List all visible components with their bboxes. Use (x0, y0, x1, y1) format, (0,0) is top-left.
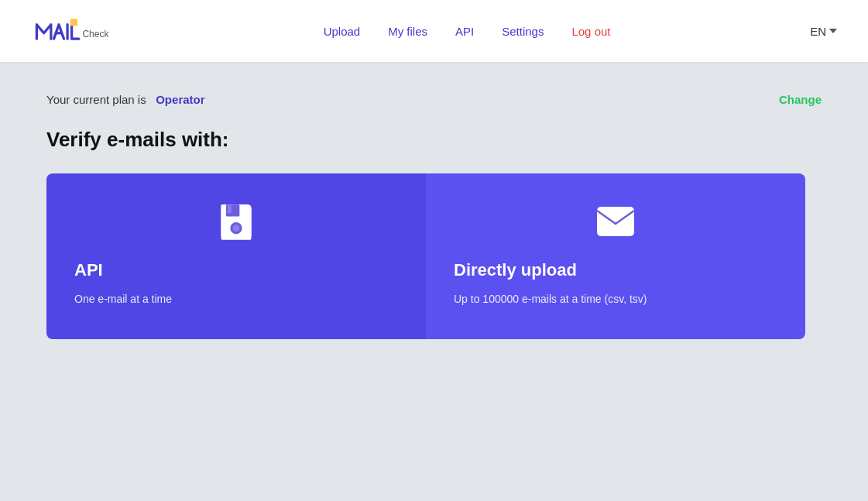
upload-card[interactable]: Directly upload Up to 100000 e-mails at … (426, 173, 805, 339)
upload-card-title: Directly upload (454, 260, 777, 280)
upload-card-desc: Up to 100000 e-mails at a time (csv, tsv… (454, 293, 777, 305)
svg-text:Check: Check (82, 29, 109, 39)
database-icon (216, 201, 256, 242)
api-card-icon-wrapper (74, 201, 398, 242)
header: Check Upload My files API Settings Log o… (0, 0, 868, 62)
logo: Check (31, 15, 124, 46)
nav-api[interactable]: API (455, 25, 474, 38)
main-nav: Upload My files API Settings Log out (324, 25, 611, 38)
dropdown-arrow-icon (829, 29, 837, 33)
main-content: Your current plan is Operator Change Ver… (0, 62, 868, 370)
svg-rect-8 (597, 207, 634, 236)
svg-point-7 (233, 225, 240, 232)
language-selector[interactable]: EN (810, 25, 837, 38)
api-card-desc: One e-mail at a time (74, 293, 398, 305)
nav-my-files[interactable]: My files (388, 25, 427, 38)
api-card-title: API (74, 260, 398, 280)
svg-rect-5 (228, 204, 231, 213)
plan-bar: Your current plan is Operator Change (46, 93, 822, 106)
nav-upload[interactable]: Upload (324, 25, 361, 38)
logo-svg: Check (31, 15, 124, 46)
nav-settings[interactable]: Settings (502, 25, 544, 38)
mail-icon (595, 201, 636, 242)
upload-card-icon-wrapper (454, 201, 777, 242)
verify-title: Verify e-mails with: (46, 128, 822, 152)
plan-label: Your current plan is (46, 93, 146, 106)
cards-row: API One e-mail at a time Directly upload… (46, 173, 805, 339)
plan-name: Operator (156, 93, 204, 106)
change-plan-button[interactable]: Change (779, 93, 822, 106)
api-card[interactable]: API One e-mail at a time (46, 173, 426, 339)
language-label: EN (810, 25, 826, 38)
nav-logout[interactable]: Log out (571, 25, 610, 38)
plan-info: Your current plan is Operator (46, 93, 205, 106)
svg-rect-0 (70, 19, 77, 26)
